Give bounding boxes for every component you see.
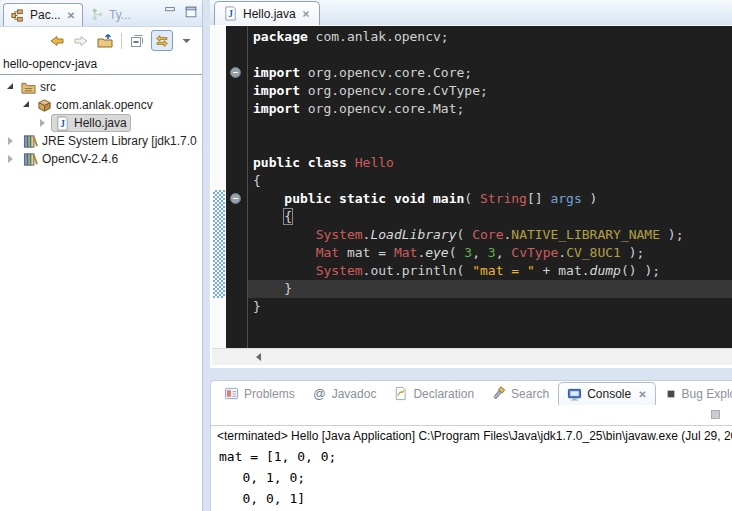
svg-text:J: J [228,9,233,19]
console-toolbar [211,405,732,425]
console-tab-bug-explorer[interactable]: Bug Explorer [657,382,732,405]
tab-label: Javadoc [332,387,377,401]
package-explorer-icon [11,8,26,23]
code-line-8: public class Hello [253,154,732,172]
tree-item-body: com.anlak.opencv [33,96,157,114]
tab-label: Search [511,387,549,401]
tree-item-label: src [40,80,56,94]
console-tab-problems[interactable]: Problems [216,382,303,405]
tree-item-body: src [17,78,60,96]
bug-square-icon [665,388,677,400]
tree-item-jre-system-library-jdk1-7-0[interactable]: JRE System Library [jdk1.7.0 [0,132,202,150]
editor-horizontal-scrollbar[interactable] [212,348,732,365]
editor-tabbar: J Hello.java [210,0,732,26]
tree-item-hello-java[interactable]: JHello.java [0,114,202,132]
close-icon[interactable] [301,9,311,19]
twistie-collapsed-icon[interactable] [8,155,13,163]
tree-item-src[interactable]: src [0,78,202,96]
package-tree: srccom.anlak.opencvJHello.javaJRE System… [0,75,202,168]
console-output-line-3: 0, 0, 1] [219,488,732,509]
tree-item-body: OpenCV-2.4.6 [19,150,122,168]
twistie-expanded-icon[interactable] [7,83,13,89]
code-line-9: { [253,172,732,190]
console-output-line-1: mat = [1, 0, 0; [219,446,732,467]
toolbar-separator [121,33,122,49]
console-tab-declaration[interactable]: Declaration [385,382,482,405]
library-icon [23,152,38,167]
console-tab-javadoc[interactable]: @Javadoc [304,382,385,405]
close-icon[interactable]: ✕ [67,10,75,21]
twistie-collapsed-icon[interactable] [8,137,13,145]
fold-minus-icon[interactable] [230,67,241,78]
java-file-icon: J [223,6,238,21]
editor-tab-label: Hello.java [243,7,296,21]
maximize-button[interactable] [183,4,199,20]
explorer-tab-pac[interactable]: Pac...✕ [3,3,83,26]
explorer-tab-ty[interactable]: Ty... [83,3,138,26]
code-line-13: Mat mat = Mat.eye( 3, 3, CvType.CV_8UC1 … [253,244,732,262]
code-line-11: { [253,208,732,226]
tree-item-com-anlak-opencv[interactable]: com.anlak.opencv [0,96,202,114]
up-button[interactable] [94,30,116,51]
view-window-buttons [162,4,199,20]
scroll-left-arrow-icon[interactable] [256,353,261,361]
back-button[interactable] [46,30,68,51]
java-file-icon: J [55,116,70,131]
console-output-line-2: 0, 1, 0; [219,467,732,488]
package-explorer-view: Pac...✕Ty... hello-opencv-java srccom.an… [0,0,203,511]
code-line-2 [253,46,732,64]
twistie-expanded-icon[interactable] [23,101,29,107]
terminate-button[interactable] [709,407,722,425]
console-output[interactable]: mat = [1, 0, 0; 0, 1, 0; 0, 0, 1] [211,445,732,509]
console-tab-console[interactable]: Console✕ [558,382,655,405]
explorer-toolbar [0,27,202,53]
tree-item-opencv-2-4-6[interactable]: OpenCV-2.4.6 [0,150,202,168]
problems-icon [224,386,239,401]
tree-item-label: OpenCV-2.4.6 [42,152,118,166]
code-line-7 [253,136,732,154]
code-line-4: import org.opencv.core.CvType; [253,82,732,100]
tree-item-body: JRE System Library [jdk1.7.0 [19,132,201,150]
code-area[interactable]: package com.anlak.opencv;import org.open… [248,26,732,348]
code-line-16: } [253,298,732,316]
source-folder-icon [21,80,36,95]
code-line-5: import org.opencv.core.Mat; [253,100,732,118]
library-icon [23,134,38,149]
console-tabbar: Problems@JavadocDeclarationSearchConsole… [211,381,732,405]
code-line-3: import org.opencv.core.Core; [253,64,732,82]
eclipse-workbench: Pac...✕Ty... hello-opencv-java srccom.an… [0,0,732,511]
tab-label: Pac... [30,8,61,22]
console-icon [567,387,582,402]
javadoc-icon: @ [312,386,327,401]
code-line-1: package com.anlak.opencv; [253,28,732,46]
code-line-10: public static void main( String[] args ) [253,190,732,208]
console-process-label: <terminated> Hello [Java Application] C:… [211,425,732,445]
tree-item-label: com.anlak.opencv [56,98,153,112]
code-line-15: } [248,280,732,298]
method-range-indicator [213,190,225,298]
type-hierarchy-icon [90,7,105,22]
search-icon [491,386,506,401]
editor-tab-hello-java[interactable]: J Hello.java [214,1,320,25]
tab-label: Ty... [109,8,131,22]
collapse-all-button[interactable] [127,30,149,51]
editor-body: package com.anlak.opencv;import org.open… [212,26,732,348]
fold-minus-icon[interactable] [230,193,241,204]
tree-item-label: Hello.java [74,116,127,130]
code-line-14: System.out.println( "mat = " + mat.dump(… [253,262,732,280]
editor-area: J Hello.java package com.anlak.opencv;im… [210,0,732,368]
forward-button[interactable] [70,30,92,51]
tree-item-label: JRE System Library [jdk1.7.0 [42,134,197,148]
minimize-button[interactable] [162,4,178,20]
link-with-editor-button[interactable] [151,30,173,51]
tree-item-body: JHello.java [51,114,131,132]
close-icon[interactable]: ✕ [638,389,646,400]
code-line-6 [253,118,732,136]
tab-label: Declaration [413,387,474,401]
tab-label: Console [587,387,631,401]
view-menu-button[interactable] [175,30,197,51]
console-tab-search[interactable]: Search [483,382,557,405]
annotation-ruler [212,26,226,348]
twistie-collapsed-icon[interactable] [40,119,45,127]
tab-label: Problems [244,387,295,401]
